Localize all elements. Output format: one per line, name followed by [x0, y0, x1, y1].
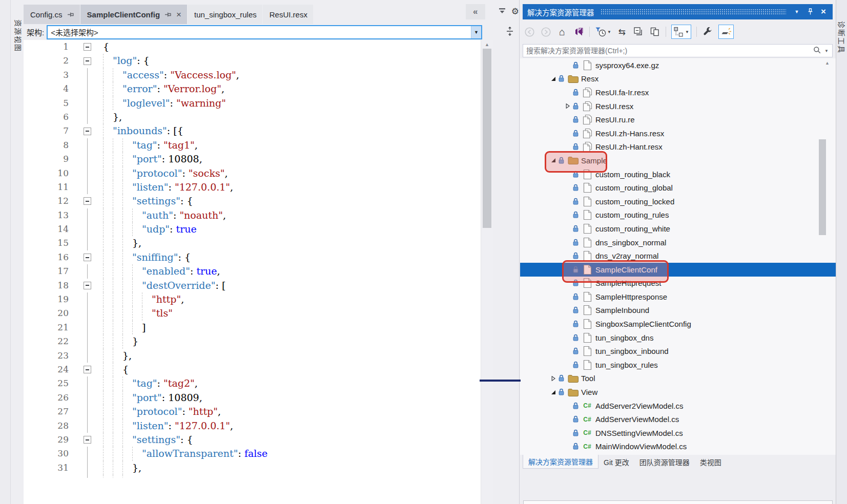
- architecture-combobox[interactable]: <未选择架构> ▼: [47, 25, 482, 39]
- tab-tun_singbox_rules[interactable]: tun_singbox_rules: [188, 5, 262, 24]
- indent-guide: [122, 376, 132, 390]
- fold-toggle-icon[interactable]: [84, 366, 91, 373]
- tree-item-SingboxSampleClientConfig[interactable]: SingboxSampleClientConfig: [520, 317, 836, 331]
- tree-item-tun_singbox_dns[interactable]: tun_singbox_dns: [520, 331, 836, 345]
- tree-item-View[interactable]: View: [520, 385, 836, 399]
- gear-icon[interactable]: ⚙: [511, 7, 519, 16]
- bottom-tab-类视图[interactable]: 类视图: [695, 455, 727, 469]
- bottom-tab-Git 更改[interactable]: Git 更改: [598, 455, 634, 469]
- close-icon[interactable]: ×: [819, 7, 828, 17]
- folding-margin: [72, 54, 103, 68]
- split-view-icon[interactable]: [506, 27, 514, 38]
- pin-icon[interactable]: [67, 11, 74, 18]
- code-text: "inbounds": [{: [113, 124, 183, 138]
- search-input[interactable]: [523, 47, 813, 55]
- tree-item-tun_singbox_rules[interactable]: tun_singbox_rules: [520, 358, 836, 372]
- pin-icon[interactable]: [805, 8, 815, 15]
- home-icon[interactable]: ⌂: [556, 25, 568, 38]
- indent-guide: [122, 391, 132, 405]
- tree-item-ResUI.ru.re[interactable]: ResUI.ru.re: [520, 113, 836, 127]
- tab-ResUI.resx[interactable]: ResUI.resx: [263, 5, 313, 24]
- tree-item-custom_routing_global[interactable]: custom_routing_global: [520, 181, 836, 195]
- expander-expanded-icon[interactable]: [549, 390, 558, 395]
- tree-item-dns_singbox_normal[interactable]: dns_singbox_normal: [520, 236, 836, 249]
- tab-SampleClientConfig[interactable]: SampleClientConfig×: [80, 5, 187, 24]
- tree-scrollbar-thumb[interactable]: [819, 139, 826, 235]
- indent-guide: [122, 208, 132, 222]
- collapse-tabs-button[interactable]: «: [466, 4, 485, 19]
- folding-margin: [72, 433, 103, 447]
- back-icon[interactable]: [524, 25, 535, 38]
- pin-icon[interactable]: [164, 11, 172, 18]
- tree-item-ResUI.fa-Ir.resx[interactable]: ResUI.fa-Ir.resx: [520, 86, 836, 99]
- tree-item-custom_routing_locked[interactable]: custom_routing_locked: [520, 195, 836, 208]
- chevron-down-icon[interactable]: ▼: [685, 30, 689, 34]
- properties-wrench-icon[interactable]: [702, 25, 713, 38]
- indent-guide: [113, 222, 122, 236]
- solution-explorer-title-bar[interactable]: 解决方案资源管理器 ▼ ×: [523, 4, 833, 19]
- fold-toggle-icon[interactable]: [84, 282, 91, 289]
- line-number: 31: [24, 461, 72, 475]
- tree-item-DNSSettingViewModel.cs[interactable]: C#DNSSettingViewModel.cs: [520, 426, 836, 440]
- fold-scope-line: [87, 264, 88, 278]
- line-number: 22: [24, 334, 72, 348]
- tab-Config.cs[interactable]: Config.cs: [24, 5, 80, 24]
- editor-vertical-scrollbar[interactable]: ▲: [481, 40, 493, 504]
- chevron-down-icon[interactable]: ▼: [792, 9, 801, 14]
- chevron-down-icon[interactable]: ▼: [607, 30, 611, 34]
- tree-item-custom_routing_rules[interactable]: custom_routing_rules: [520, 208, 836, 222]
- bottom-tab-团队资源管理器[interactable]: 团队资源管理器: [634, 455, 695, 469]
- tree-item-MainWindowViewModel.cs[interactable]: C#MainWindowViewModel.cs: [520, 440, 836, 454]
- preview-selected-items-icon[interactable]: [649, 25, 660, 38]
- expander-collapsed-icon[interactable]: [563, 103, 572, 109]
- code-editor[interactable]: 1{2"log": {3"access": "Vaccess.log",4"er…: [24, 40, 481, 504]
- expander-expanded-icon[interactable]: [549, 76, 558, 81]
- tab-list-icon[interactable]: [499, 7, 506, 16]
- search-icon[interactable]: [813, 46, 821, 56]
- fold-toggle-icon[interactable]: [84, 254, 91, 261]
- fold-toggle-icon[interactable]: [84, 436, 91, 444]
- fold-toggle-icon[interactable]: [84, 128, 91, 135]
- editor-scrollbar-thumb[interactable]: [483, 49, 491, 228]
- tree-item-Resx[interactable]: Resx: [520, 72, 836, 86]
- track-active-item-icon[interactable]: [718, 25, 734, 39]
- tree-item-custom_routing_white[interactable]: custom_routing_white: [520, 222, 836, 236]
- scroll-up-icon[interactable]: ▲: [481, 42, 493, 47]
- forward-icon[interactable]: [540, 25, 551, 38]
- panel-divider[interactable]: [493, 40, 519, 504]
- tree-item-SampleHttpresponse[interactable]: SampleHttpresponse: [520, 290, 836, 304]
- tree-item-label: custom_routing_global: [593, 183, 673, 192]
- lock-icon: [558, 374, 567, 382]
- tree-item-sysproxy64.exe.gz[interactable]: sysproxy64.exe.gz: [520, 58, 836, 72]
- scroll-up-icon[interactable]: ▲: [825, 60, 830, 66]
- tree-item-AddServerViewModel.cs[interactable]: C#AddServerViewModel.cs: [520, 412, 836, 426]
- diagnostic-tools-vertical-tab[interactable]: 诊断工具: [836, 0, 847, 71]
- indent-guide: [113, 180, 122, 194]
- tree-item-tun_singbox_inbound[interactable]: tun_singbox_inbound: [520, 344, 836, 358]
- sync-with-active-document-icon[interactable]: ⇆: [616, 25, 628, 38]
- switch-views-icon[interactable]: [573, 25, 584, 38]
- tree-item-AddServer2ViewModel.cs[interactable]: C#AddServer2ViewModel.cs: [520, 399, 836, 413]
- indent-guide: [103, 96, 113, 110]
- tree-item-ResUI.zh-Hans.resx[interactable]: ResUI.zh-Hans.resx: [520, 127, 836, 140]
- indent-guide: [113, 419, 122, 433]
- pending-changes-filter-icon[interactable]: ▼: [595, 25, 611, 38]
- tree-item-Tool[interactable]: Tool: [520, 372, 836, 386]
- tree-item-SampleInbound[interactable]: SampleInbound: [520, 304, 836, 318]
- expander-collapsed-icon[interactable]: [549, 376, 558, 381]
- resource-view-vertical-tab[interactable]: 资源视图: [11, 0, 24, 67]
- fold-toggle-icon[interactable]: [84, 57, 91, 65]
- code-text: "destOverride": [: [142, 279, 225, 292]
- tab-label: Config.cs: [30, 10, 63, 19]
- fold-toggle-icon[interactable]: [84, 197, 91, 205]
- close-icon[interactable]: ×: [176, 10, 181, 19]
- lock-icon: [572, 143, 581, 151]
- collapse-all-icon[interactable]: [633, 25, 644, 38]
- bottom-tab-解决方案资源管理器[interactable]: 解决方案资源管理器: [523, 455, 598, 469]
- fold-toggle-icon[interactable]: [84, 43, 91, 51]
- tree-item-ResUI.resx[interactable]: ResUI.resx: [520, 99, 836, 113]
- show-all-files-icon[interactable]: ▼: [671, 25, 691, 39]
- chevron-down-icon[interactable]: ▼: [471, 26, 481, 38]
- indent-guide: [113, 194, 122, 208]
- chevron-down-icon[interactable]: ▼: [824, 49, 829, 53]
